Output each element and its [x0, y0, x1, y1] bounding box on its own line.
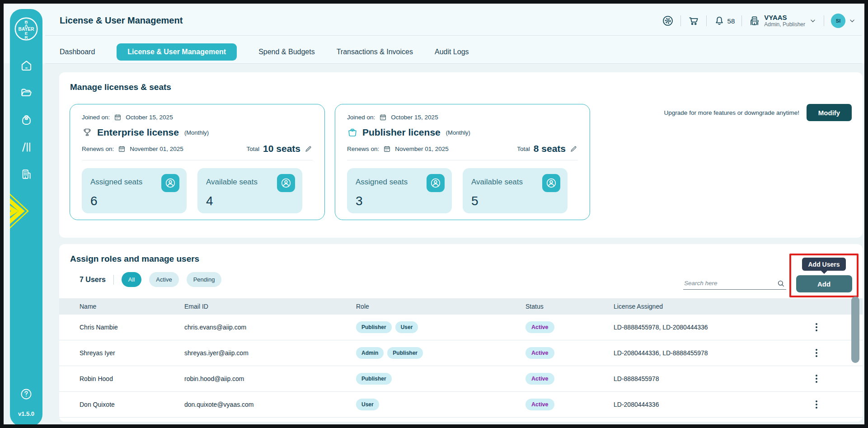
svg-text:A: A [25, 23, 28, 28]
tab-license-user-management[interactable]: License & User Management [117, 43, 237, 61]
renew-date: November 01, 2025 [130, 146, 183, 152]
sidebar: BAYER B A E R [10, 9, 42, 426]
edit-seats-icon[interactable] [569, 145, 578, 153]
user-email: chris.evans@aiip.com [184, 324, 356, 331]
users-count: 7 Users [80, 276, 106, 284]
modify-button[interactable]: Modify [807, 104, 852, 121]
user-circle-icon [277, 174, 295, 192]
manage-users-card: Assign roles and manage users 7 Users Al… [59, 244, 863, 422]
license-user-management-page: { "app": { "version": "v1.5.0", "brand":… [0, 0, 868, 428]
enterprise-license-card: Joined on: October 15, 2025 Enterprise l… [70, 104, 325, 220]
edit-seats-icon[interactable] [304, 145, 313, 153]
profile-menu[interactable]: SI [831, 14, 856, 28]
total-label: Total [517, 146, 530, 152]
tab-transactions-invoices[interactable]: Transactions & Invoices [337, 48, 413, 56]
bag-icon[interactable] [20, 114, 33, 126]
org-role: Admin, Publisher [764, 22, 805, 28]
row-actions-kebab[interactable] [812, 323, 821, 331]
notifications-button[interactable]: 58 [713, 15, 735, 27]
users-controls: 7 Users All Active Pending [80, 272, 221, 287]
assigned-seats-stat: Assigned seats 6 [82, 168, 187, 213]
available-seats-stat: Available seats 5 [463, 168, 568, 213]
col-header-name: Name [80, 303, 184, 310]
status-badge: Active [525, 373, 554, 385]
user-circle-icon [161, 174, 179, 192]
app-version: v1.5.0 [18, 410, 34, 417]
row-actions-kebab[interactable] [812, 349, 821, 357]
joined-on-label: Joined on: [347, 114, 375, 121]
org-building-icon [749, 15, 760, 27]
settings-gear-icon[interactable] [662, 15, 674, 27]
tab-audit-logs[interactable]: Audit Logs [435, 48, 469, 56]
stat-value: 4 [206, 194, 295, 208]
organization-icon[interactable] [20, 168, 33, 180]
total-label: Total [247, 146, 260, 152]
table-row: Chris Nambie chris.evans@aiip.com Publis… [59, 315, 863, 340]
home-icon[interactable] [20, 60, 33, 72]
folder-icon[interactable] [20, 87, 33, 99]
row-actions-kebab[interactable] [812, 400, 821, 409]
table-row: Robin Hood robin.hood@aiip.com Publisher… [59, 366, 863, 392]
filter-pending[interactable]: Pending [187, 272, 222, 287]
total-seats: 10 seats [263, 143, 300, 154]
tab-bar: Dashboard License & User Management Spen… [60, 43, 469, 61]
users-section-title: Assign roles and manage users [70, 254, 199, 264]
chevron-down-icon [809, 17, 817, 25]
col-header-status: Status [525, 303, 614, 310]
billing-cycle: (Monthly) [446, 129, 470, 136]
user-email: robin.hood@aiip.com [184, 375, 356, 382]
add-users-tooltip: Add Users [802, 258, 845, 271]
table-row: Shreyas Iyer shreyas.iyer@aiip.com Admin… [59, 340, 863, 366]
status-badge: Active [525, 347, 554, 359]
header-actions: 58 VYAAS Admin, Publisher SI [662, 11, 856, 31]
org-switcher[interactable]: VYAAS Admin, Publisher [749, 14, 817, 28]
tab-dashboard[interactable]: Dashboard [60, 48, 95, 56]
user-circle-icon [427, 174, 445, 192]
users-table: Name Email ID Role Status License Assign… [59, 298, 863, 418]
cart-icon[interactable] [688, 15, 699, 27]
user-email: don.quixote@vyaas.com [184, 401, 356, 408]
publisher-license-card: Joined on: October 15, 2025 Publisher li… [335, 104, 590, 220]
table-row: Don Quixote don.quixote@vyaas.com User A… [59, 392, 863, 418]
tab-spend-budgets[interactable]: Spend & Budgets [258, 48, 315, 56]
search-box [683, 278, 786, 290]
svg-text:R: R [25, 35, 28, 40]
chevron-down-icon [848, 17, 856, 25]
tabbar-divider [45, 63, 862, 64]
total-seats: 8 seats [534, 143, 566, 154]
stat-value: 5 [471, 194, 560, 208]
filter-active[interactable]: Active [149, 272, 178, 287]
license-name: Enterprise license [97, 127, 179, 138]
role-chip: User [356, 399, 379, 410]
user-name: Don Quixote [80, 401, 184, 408]
user-name: Shreyas Iyer [80, 349, 184, 357]
calendar-icon [114, 113, 122, 121]
divider [741, 15, 742, 26]
org-name: VYAAS [764, 14, 805, 21]
available-seats-stat: Available seats 4 [197, 168, 302, 213]
divider [113, 275, 114, 285]
status-badge: Active [525, 399, 554, 410]
help-icon[interactable] [20, 388, 33, 400]
license-assigned: LD-2080444336 [614, 401, 812, 408]
filter-all[interactable]: All [122, 272, 141, 287]
bell-icon [713, 15, 725, 27]
joined-on-date: October 15, 2025 [126, 114, 173, 121]
manage-licenses-card: Manage licenses & seats Joined on: Octob… [59, 72, 863, 238]
license-assigned: LD-8888455978 [614, 375, 812, 382]
search-icon[interactable] [777, 279, 785, 288]
add-users-annotation-box: Add Users Add [789, 254, 859, 297]
col-header-license: License Assigned [614, 303, 812, 310]
library-icon[interactable] [20, 141, 33, 153]
calendar-icon [118, 145, 126, 153]
user-circle-icon [542, 174, 560, 192]
divider [680, 15, 681, 26]
licenses-section-title: Manage licenses & seats [70, 82, 171, 92]
upgrade-note: Upgrade for more features or downgrade a… [664, 109, 799, 116]
add-button[interactable]: Add [796, 275, 852, 292]
stat-label: Assigned seats [356, 174, 408, 187]
table-scrollbar-thumb[interactable] [851, 296, 859, 363]
joined-on-label: Joined on: [82, 114, 110, 121]
search-input[interactable] [683, 278, 772, 289]
row-actions-kebab[interactable] [812, 375, 821, 383]
